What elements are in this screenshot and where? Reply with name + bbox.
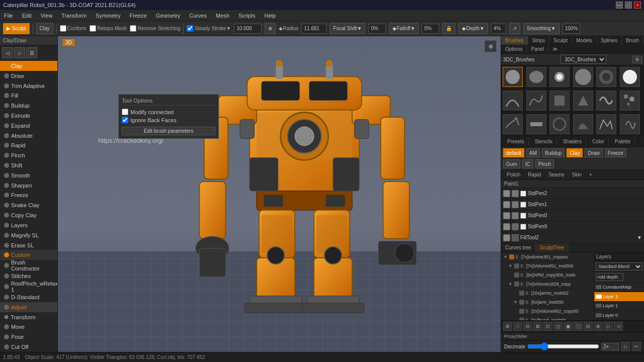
tool-d-standard[interactable]: D-Standard xyxy=(0,292,57,302)
brushes-dropdown[interactable]: 3DC_Brushes xyxy=(560,55,606,64)
tool-roofpinch[interactable]: RoofPinch_wRelax 1 xyxy=(0,281,57,292)
tool-absolute[interactable]: Absolute xyxy=(0,131,57,141)
st-item-2[interactable]: S [6x]ARM_copy000_inst0 xyxy=(501,270,594,280)
preset-freeze[interactable]: Freeze xyxy=(605,148,626,157)
tool-stitches[interactable]: Stitches xyxy=(0,271,57,281)
tab-brushes[interactable]: Brushes xyxy=(501,36,528,45)
menu-file[interactable]: File xyxy=(2,12,15,20)
tool-nav-home[interactable]: ⌂ xyxy=(14,47,25,58)
tool-erase-sl[interactable]: Erase SL xyxy=(0,240,57,250)
sub-tab-polish[interactable]: Polish xyxy=(503,171,524,178)
tool-move[interactable]: Move xyxy=(0,322,57,332)
tool-rapid[interactable]: Rapid xyxy=(0,141,57,151)
edit-brush-params-button[interactable]: Edit brush parameters xyxy=(122,127,215,135)
tool-trim-adaptive[interactable]: Trim Adaptive xyxy=(0,81,57,91)
tool-adjust[interactable]: Adjust xyxy=(0,302,57,312)
tab-options[interactable]: Options xyxy=(501,45,527,53)
decimate-value[interactable] xyxy=(601,343,619,350)
maximize-button[interactable]: □ xyxy=(625,2,632,9)
menu-transform[interactable]: Transform xyxy=(59,12,89,20)
tool-brush-constructor[interactable]: Brush Constructor xyxy=(0,260,57,271)
menu-symmetry[interactable]: Symmetry xyxy=(94,12,123,20)
layer-0[interactable]: Layer 0 xyxy=(594,311,644,320)
menu-mesh[interactable]: Mesh xyxy=(214,12,231,20)
paint-item-stdpen9[interactable]: StdPen9 xyxy=(501,221,644,232)
toolbar-depth-value[interactable] xyxy=(491,24,506,34)
tab-palette[interactable]: Palette xyxy=(611,137,635,146)
brush-cell-13[interactable] xyxy=(503,114,523,134)
tab-strips[interactable]: Strips xyxy=(528,36,550,45)
brush-cell-5[interactable] xyxy=(596,67,616,87)
menu-freeze[interactable]: Freeze xyxy=(128,12,149,20)
brush-cell-12[interactable] xyxy=(620,90,640,111)
tab-sculpt-tree[interactable]: SculptTree xyxy=(536,243,569,252)
st-item-3[interactable]: ▼ S [7x]Volume1829_copy xyxy=(501,280,594,289)
brush-cell-14[interactable] xyxy=(526,114,546,134)
brush-cell-1[interactable] xyxy=(503,67,523,87)
toolbar-lock[interactable]: 🔒 xyxy=(442,23,455,34)
toolbar-falloff-value[interactable] xyxy=(422,24,439,34)
viewport-ctrl-compass[interactable]: ⊕ xyxy=(485,40,497,52)
tool-shift[interactable]: Shift xyxy=(0,160,57,170)
minimize-button[interactable]: — xyxy=(616,2,623,9)
brushes-options-btn[interactable]: ⚙ xyxy=(632,56,642,63)
paint-item-filltool[interactable]: FillTool2 ▼ xyxy=(501,232,644,243)
decimate-slider[interactable] xyxy=(527,344,599,349)
menu-help[interactable]: Help xyxy=(263,12,278,20)
close-button[interactable]: × xyxy=(634,2,641,9)
paint-item-stdpen0[interactable]: StdPen0 xyxy=(501,210,644,221)
tab-brush[interactable]: Brush xyxy=(622,36,643,45)
brush-cell-7[interactable] xyxy=(503,90,523,111)
bi-btn-7[interactable]: ▣ xyxy=(564,322,573,331)
tool-smooth[interactable]: Smooth xyxy=(0,170,57,180)
tab-curves-tree[interactable]: Curves tree xyxy=(501,243,536,252)
toolbar-focal-shift[interactable]: Focal Shift▼ xyxy=(330,23,365,34)
tool-custom[interactable]: Custom xyxy=(0,250,57,260)
decimate-reset[interactable]: ↩ xyxy=(632,342,641,351)
tool-nav-prev[interactable]: ◁ xyxy=(2,47,13,58)
bi-btn-1[interactable]: ⊞ xyxy=(503,322,512,331)
st-item-6[interactable]: S [2x]Volume952_copy00 xyxy=(501,307,594,316)
brush-cell-10[interactable] xyxy=(573,90,593,111)
preset-pinch[interactable]: Pinch xyxy=(535,159,554,168)
toolbar-sculpt-mode[interactable]: ▶ Sculpt xyxy=(3,23,30,34)
st-item-7[interactable]: S [2x]hand_inst000 xyxy=(501,316,594,320)
preset-draw[interactable]: Draw xyxy=(585,148,602,157)
layer-3[interactable]: Layer 3 xyxy=(594,292,644,302)
preset-ic[interactable]: IC xyxy=(522,159,533,168)
tab-shaders[interactable]: Shaders xyxy=(559,137,586,146)
bi-btn-2[interactable]: □ xyxy=(513,322,522,331)
brush-cell-2[interactable] xyxy=(526,67,546,87)
tool-clay[interactable]: Clay xyxy=(0,61,57,71)
paint-item-stdpen2[interactable]: StdPen2 xyxy=(501,188,644,199)
st-item-4[interactable]: S [10x]armo_inst002 xyxy=(501,289,594,298)
sub-tab-skin[interactable]: Skin xyxy=(569,171,585,178)
tool-magnify-sl[interactable]: Magnify SL xyxy=(0,230,57,240)
viewport-nav-3d[interactable]: 3D xyxy=(62,38,75,47)
bi-btn-5[interactable]: ⊡ xyxy=(543,322,552,331)
tab-models[interactable]: Models xyxy=(572,36,597,45)
toolbar-radius-value[interactable] xyxy=(301,24,327,34)
bi-btn-12[interactable]: ◁ xyxy=(614,322,623,331)
brush-cell-3[interactable] xyxy=(549,67,570,87)
layers-depth-field[interactable] xyxy=(596,273,623,281)
sub-tab-seams[interactable]: Seams xyxy=(545,171,568,178)
tab-color[interactable]: Color xyxy=(588,137,609,146)
tool-pinch[interactable]: Pinch xyxy=(0,150,57,160)
bi-btn-6[interactable]: ◫ xyxy=(553,322,562,331)
toolbar-clay[interactable]: Clay xyxy=(36,23,53,34)
tool-option-ignore-check[interactable] xyxy=(122,117,128,123)
tool-draw[interactable]: Draw xyxy=(0,71,57,81)
brush-cell-11[interactable] xyxy=(596,90,616,111)
tool-transform[interactable]: ⊕ Transform xyxy=(0,312,57,322)
bi-btn-10[interactable]: ⊕ xyxy=(594,322,603,331)
bi-btn-4[interactable]: ⊠ xyxy=(533,322,542,331)
brush-cell-17[interactable] xyxy=(596,114,616,134)
toolbar-stretching-check[interactable] xyxy=(130,25,136,32)
tool-cut-off[interactable]: Cut Off xyxy=(0,342,57,352)
decimate-apply[interactable]: ▷ xyxy=(621,342,630,351)
tool-buildup[interactable]: Buildup xyxy=(0,101,57,111)
tool-copy-clay[interactable]: Copy Clay xyxy=(0,210,57,220)
st-item-0[interactable]: ▼ S [7x]volume351_copyou xyxy=(501,252,594,261)
tool-extrude[interactable]: Extrude xyxy=(0,111,57,121)
